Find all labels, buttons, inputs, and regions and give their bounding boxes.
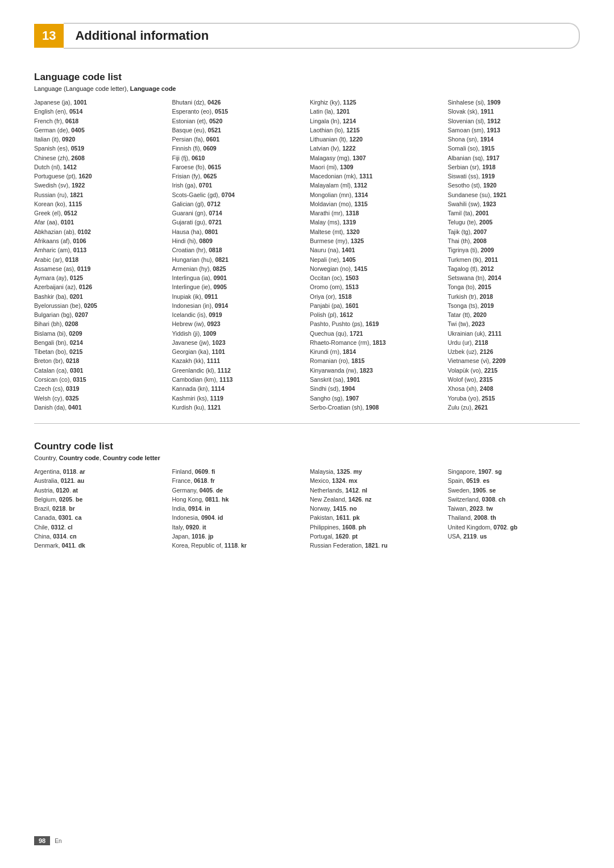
list-item: Frisian (fy), 0625 [172,172,305,181]
list-item: Tibetan (bo), 0215 [34,347,167,356]
list-item: German (de), 0405 [34,126,167,135]
subtitle-bold: Language code [130,85,176,92]
list-item: United Kingdom, 0702. gb [448,523,580,532]
list-item: Bulgarian (bg), 0207 [34,310,167,319]
list-item: Yoruba (yo), 2515 [448,394,580,403]
list-item: Samoan (sm), 1913 [448,126,580,135]
list-item: Romanian (ro), 1815 [310,356,442,365]
list-item: Esperanto (eo), 0515 [172,107,305,116]
list-item: Zulu (zu), 2621 [448,403,580,412]
list-item: Uzbek (uz), 2126 [448,347,580,356]
list-item: Chile, 0312. cl [34,523,167,532]
list-item: Lingala (ln), 1214 [310,116,442,126]
list-item: Malay (ms), 1319 [310,218,442,227]
list-item: Volapük (vo), 2215 [448,366,580,375]
list-item: Bislama (bi), 0209 [34,329,167,338]
list-item: Galician (gl), 0712 [172,199,305,208]
footer: 98 En [34,836,61,845]
list-item: Pashto, Pushto (ps), 1619 [310,319,442,328]
lang-col-0: Japanese (ja), 1001English (en), 0514Fre… [34,98,167,412]
list-item: Marathi (mr), 1318 [310,208,442,218]
country-subtitle-bold2: Country code letter [103,454,160,461]
list-item: USA, 2119. us [448,532,580,541]
list-item: Mongolian (mn), 1314 [310,190,442,199]
list-item: Hong Kong, 0811. hk [172,495,305,504]
list-item: Japanese (ja), 1001 [34,98,167,107]
list-item: Serbian (sr), 1918 [448,162,580,172]
list-item: Japan, 1016. jp [172,532,305,541]
list-item: Quechua (qu), 1721 [310,329,442,338]
language-columns: Japanese (ja), 1001English (en), 0514Fre… [34,98,580,412]
country-section-title: Country code list [34,441,580,452]
page-lang: En [55,838,61,844]
list-item: Brazil, 0218. br [34,504,167,513]
list-item: Oromo (om), 1513 [310,282,442,291]
list-item: Russian Federation, 1821. ru [310,541,442,550]
list-item: Occitan (oc), 1503 [310,273,442,282]
list-item: Irish (ga), 0701 [172,181,305,190]
list-item: Hebrew (iw), 0923 [172,319,305,328]
list-item: Hausa (ha), 0801 [172,227,305,236]
list-item: Panjabi (pa), 1601 [310,301,442,310]
country-col-2: Malaysia, 1325. myMexico, 1324. mxNether… [310,467,442,550]
lang-col-2: Kirghiz (ky), 1125Latin (la), 1201Lingal… [310,98,442,412]
list-item: Switzerland, 0308. ch [448,495,580,504]
list-item: French (fr), 0618 [34,116,167,126]
list-item: Indonesian (in), 0914 [172,301,305,310]
list-item: Belgium, 0205. be [34,495,167,504]
list-item: Portuguese (pt), 1620 [34,172,167,181]
list-item: Czech (cs), 0319 [34,384,167,393]
list-item: Setswana (tn), 2014 [448,273,580,282]
list-item: Tamil (ta), 2001 [448,208,580,218]
list-item: Siswati (ss), 1919 [448,172,580,181]
list-item: Denmark, 0411. dk [34,541,167,550]
list-item: Nepali (ne), 1405 [310,255,442,264]
country-col-0: Argentina, 0118. arAustralia, 0121. auAu… [34,467,167,550]
list-item: Kazakh (kk), 1111 [172,356,305,365]
list-item: Moldavian (mo), 1315 [310,199,442,208]
lang-col-3: Sinhalese (si), 1909Slovak (sk), 1911Slo… [448,98,580,412]
list-item: Bhutani (dz), 0426 [172,98,305,107]
list-item: Byelorussian (be), 0205 [34,301,167,310]
list-item: Tsonga (ts), 2019 [448,301,580,310]
list-item: Argentina, 0118. ar [34,467,167,476]
country-col-3: Singapore, 1907. sgSpain, 0519. esSweden… [448,467,580,550]
list-item: Xhosa (xh), 2408 [448,384,580,393]
list-item: Croatian (hr), 0818 [172,245,305,254]
list-item: Afrikaans (af), 0106 [34,236,167,245]
list-item: Swedish (sv), 1922 [34,181,167,190]
list-item: Burmese (my), 1325 [310,236,442,245]
list-item: Kirundi (rn), 1814 [310,347,442,356]
language-section: Language code list Language (Language co… [34,72,580,412]
list-item: Somali (so), 1915 [448,144,580,153]
list-item: Italian (it), 0920 [34,135,167,144]
list-item: Twi (tw), 2023 [448,319,580,328]
chapter-number: 13 [34,24,64,48]
list-item: Sanskrit (sa), 1901 [310,375,442,384]
list-item: Italy, 0920. it [172,523,305,532]
list-item: Hindi (hi), 0809 [172,236,305,245]
list-item: Malayalam (ml), 1312 [310,181,442,190]
list-item: France, 0618. fr [172,476,305,485]
list-item: Korean (ko), 1115 [34,199,167,208]
list-item: Assamese (as), 0119 [34,264,167,273]
list-item: Tagalog (tl), 2012 [448,264,580,273]
list-item: Persian (fa), 0601 [172,135,305,144]
list-item: India, 0914. in [172,504,305,513]
list-item: Sesotho (st), 1920 [448,181,580,190]
list-item: Latin (la), 1201 [310,107,442,116]
list-item: Oriya (or), 1518 [310,292,442,301]
list-item: Inupiak (ik), 0911 [172,292,305,301]
list-item: Faroese (fo), 0615 [172,162,305,172]
country-section-subtitle: Country, Country code, Country code lett… [34,454,580,461]
list-item: Guarani (gn), 0714 [172,208,305,218]
list-item: Albanian (sq), 1917 [448,153,580,162]
list-item: Urdu (ur), 2118 [448,338,580,347]
list-item: Tajik (tg), 2007 [448,227,580,236]
list-item: Netherlands, 1412. nl [310,486,442,495]
list-item: Macedonian (mk), 1311 [310,172,442,181]
list-item: Serbo-Croatian (sh), 1908 [310,403,442,412]
list-item: Russian (ru), 1821 [34,190,167,199]
list-item: Gujarati (gu), 0721 [172,218,305,227]
list-item: Rhaeto-Romance (rm), 1813 [310,338,442,347]
